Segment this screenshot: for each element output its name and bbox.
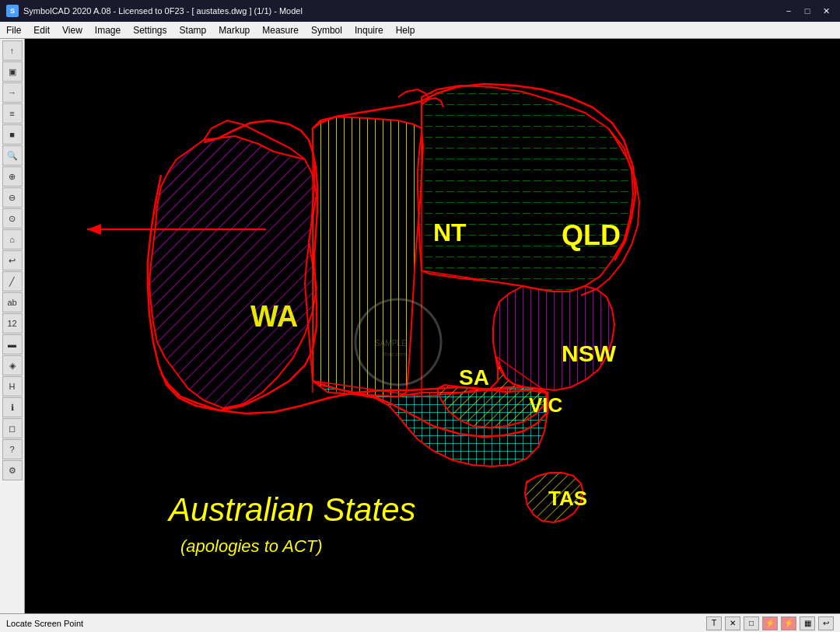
svg-text:NSW: NSW bbox=[562, 340, 617, 366]
status-return-button[interactable]: ↩ bbox=[818, 616, 834, 630]
menu-item-file[interactable]: File bbox=[0, 23, 27, 37]
tool-btn-15[interactable]: ◈ bbox=[2, 355, 23, 375]
tool-btn-3[interactable]: ≡ bbox=[2, 103, 23, 124]
tool-btn-13[interactable]: 12 bbox=[2, 313, 23, 333]
close-button[interactable]: ✕ bbox=[818, 4, 834, 18]
tool-btn-6[interactable]: ⊕ bbox=[2, 166, 23, 187]
titlebar: S SymbolCAD 2020 A.08 - Licensed to 0F23… bbox=[0, 0, 840, 22]
tool-btn-0[interactable]: ↑ bbox=[2, 40, 23, 61]
statusbar: Locate Screen Point T ✕ □ ⚡ ⚡ ▦ ↩ bbox=[0, 613, 840, 632]
status-bolt1-button[interactable]: ⚡ bbox=[762, 616, 778, 630]
tool-btn-10[interactable]: ↩ bbox=[2, 250, 23, 271]
menu-item-edit[interactable]: Edit bbox=[27, 23, 56, 37]
tool-btn-18[interactable]: ◻ bbox=[2, 418, 23, 438]
status-text: Locate Screen Point bbox=[6, 619, 83, 628]
tool-btn-19[interactable]: ? bbox=[2, 439, 23, 459]
status-T-button[interactable]: T bbox=[706, 616, 722, 630]
minimize-button[interactable]: − bbox=[781, 4, 796, 18]
svg-text:Australian States: Australian States bbox=[166, 491, 416, 528]
tool-btn-16[interactable]: H bbox=[2, 376, 23, 396]
tool-btn-9[interactable]: ⌂ bbox=[2, 229, 23, 250]
menu-item-symbol[interactable]: Symbol bbox=[305, 23, 348, 37]
tool-btn-17[interactable]: ℹ bbox=[2, 397, 23, 417]
tool-btn-4[interactable]: ■ bbox=[2, 124, 23, 145]
tool-btn-20[interactable]: ⚙ bbox=[2, 460, 23, 480]
main-layout: ↑▣→≡■🔍⊕⊖⊙⌂↩╱ab12▬◈Hℹ◻?⚙ bbox=[0, 39, 840, 613]
menu-item-inquire[interactable]: Inquire bbox=[348, 23, 390, 37]
menu-item-stamp[interactable]: Stamp bbox=[173, 23, 213, 37]
menu-item-help[interactable]: Help bbox=[390, 23, 422, 37]
svg-text:SAMPLE: SAMPLE bbox=[375, 339, 407, 347]
svg-text:NT: NT bbox=[433, 218, 467, 246]
menu-item-view[interactable]: View bbox=[56, 23, 89, 37]
status-x-button[interactable]: ✕ bbox=[725, 616, 740, 630]
tool-btn-14[interactable]: ▬ bbox=[2, 334, 23, 354]
tool-btn-5[interactable]: 🔍 bbox=[2, 145, 23, 166]
menu-item-image[interactable]: Image bbox=[89, 23, 127, 37]
svg-text:SA: SA bbox=[459, 365, 489, 389]
tool-btn-11[interactable]: ╱ bbox=[2, 271, 23, 292]
maximize-button[interactable]: □ bbox=[800, 4, 815, 18]
statusbar-right: T ✕ □ ⚡ ⚡ ▦ ↩ bbox=[706, 616, 834, 630]
svg-text:TAS: TAS bbox=[548, 487, 587, 510]
titlebar-controls: − □ ✕ bbox=[781, 4, 834, 18]
menu-item-settings[interactable]: Settings bbox=[127, 23, 173, 37]
toolbar: ↑▣→≡■🔍⊕⊖⊙⌂↩╱ab12▬◈Hℹ◻?⚙ bbox=[0, 39, 25, 613]
svg-text:WA: WA bbox=[250, 300, 298, 333]
svg-text:QLD: QLD bbox=[562, 219, 621, 251]
status-grid-button[interactable]: ▦ bbox=[800, 616, 815, 630]
tool-btn-7[interactable]: ⊖ bbox=[2, 187, 23, 208]
svg-text:thxz.com: thxz.com bbox=[383, 351, 408, 358]
titlebar-left: S SymbolCAD 2020 A.08 - Licensed to 0F23… bbox=[6, 5, 303, 17]
app-icon: S bbox=[6, 5, 19, 17]
tool-btn-1[interactable]: ▣ bbox=[2, 61, 23, 82]
menu-item-markup[interactable]: Markup bbox=[212, 23, 256, 37]
tool-btn-12[interactable]: ab bbox=[2, 292, 23, 313]
status-bolt2-button[interactable]: ⚡ bbox=[781, 616, 796, 630]
tool-btn-8[interactable]: ⊙ bbox=[2, 208, 23, 229]
menubar: FileEditViewImageSettingsStampMarkupMeas… bbox=[0, 22, 840, 39]
tool-btn-2[interactable]: → bbox=[2, 82, 23, 103]
canvas-area[interactable]: WA NT QLD SA NSW VIC TAS Australian Stat… bbox=[25, 39, 840, 613]
status-window-button[interactable]: □ bbox=[744, 616, 759, 630]
svg-text:(apologies to ACT): (apologies to ACT) bbox=[180, 536, 323, 556]
menu-item-measure[interactable]: Measure bbox=[256, 23, 305, 37]
svg-text:VIC: VIC bbox=[529, 393, 563, 417]
titlebar-title: SymbolCAD 2020 A.08 - Licensed to 0F23 -… bbox=[23, 6, 303, 16]
map-svg: WA NT QLD SA NSW VIC TAS Australian Stat… bbox=[25, 39, 840, 613]
